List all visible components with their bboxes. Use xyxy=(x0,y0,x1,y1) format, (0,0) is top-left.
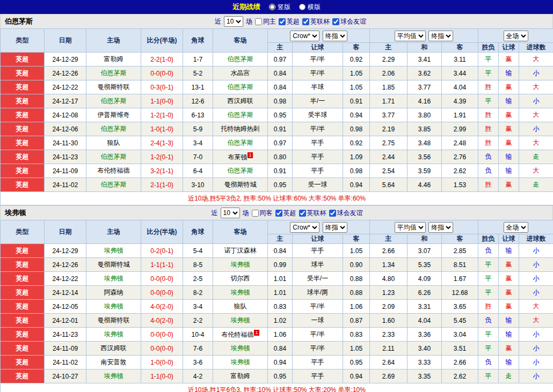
score-link[interactable]: 0-0(0-0) xyxy=(150,70,173,77)
team-link[interactable]: 诺丁汉森林 xyxy=(224,247,257,254)
team-link[interactable]: 狼队 xyxy=(234,302,247,310)
same-venue-filter[interactable]: 同主 xyxy=(255,17,276,26)
score-link[interactable]: 0-0(0-0) xyxy=(150,289,173,297)
avg-odds-type-select[interactable]: 终指 xyxy=(428,222,453,233)
scope-select[interactable]: 全场 xyxy=(504,222,528,233)
team-link[interactable]: 托特纳姆热刺 xyxy=(221,125,260,132)
team-link[interactable]: 布伦特福德 xyxy=(221,331,253,338)
team-link[interactable]: 伯恩茅斯 xyxy=(228,83,253,91)
score-link[interactable]: 0-0(0-0) xyxy=(150,331,173,338)
corner-cell: 5-2 xyxy=(183,66,213,80)
team-link[interactable]: 富勒姆 xyxy=(104,55,123,63)
team-link[interactable]: 伯恩茅斯 xyxy=(101,97,127,105)
league-filter-cup[interactable]: 英联杯 xyxy=(302,17,330,26)
team-link[interactable]: 伯恩茅斯 xyxy=(228,139,253,146)
team-link[interactable]: 埃弗顿 xyxy=(104,330,123,338)
team-link[interactable]: 布莱顿 xyxy=(228,153,247,161)
team-link[interactable]: 埃弗顿 xyxy=(104,372,123,380)
scope-select[interactable]: 全场 xyxy=(504,31,528,41)
team-link[interactable]: 狼队 xyxy=(107,139,120,146)
score-link[interactable]: 2-1(1-0) xyxy=(150,181,173,189)
score-link[interactable]: 1-2(0-1) xyxy=(150,153,173,161)
score-link[interactable]: 0-0(0-0) xyxy=(150,345,173,352)
average-select[interactable]: 平均值 xyxy=(395,222,426,233)
team-link[interactable]: 伯恩茅斯 xyxy=(101,69,127,77)
league-filter-epl[interactable]: 英超 xyxy=(275,209,296,218)
cup-checkbox[interactable] xyxy=(302,18,309,25)
team-link[interactable]: 伯恩茅斯 xyxy=(101,125,127,132)
bookmaker-select[interactable]: Crow* xyxy=(290,222,319,233)
avg-draw-cell: 3.80 xyxy=(408,108,442,122)
team-link[interactable]: 水晶宫 xyxy=(231,69,250,77)
odds-type-select[interactable]: 终指 xyxy=(323,222,347,233)
score-link[interactable]: 0-0(0-0) xyxy=(150,275,173,283)
score-link[interactable]: 1-0(0-0) xyxy=(150,359,173,366)
team-link[interactable]: 伯恩茅斯 xyxy=(228,111,253,119)
odds-type-select[interactable]: 终指 xyxy=(323,31,347,41)
same-venue-checkbox[interactable] xyxy=(255,18,262,25)
vertical-radio[interactable] xyxy=(269,4,275,10)
score-link[interactable]: 1-1(0-0) xyxy=(150,98,173,105)
mode-radio-horizontal[interactable]: 横版 xyxy=(299,3,321,12)
horizontal-radio[interactable] xyxy=(299,4,305,10)
league-filter-friendly[interactable]: 球会友谊 xyxy=(329,209,363,218)
sub-handicap-result: 让球 xyxy=(499,234,519,244)
team-link[interactable]: 曼彻斯特联 xyxy=(98,316,130,324)
odds-select-cell: Crow* 终指 xyxy=(268,220,370,234)
match-date: 24-12-26 xyxy=(45,258,86,272)
corner-cell: 6-13 xyxy=(183,108,213,122)
team-link[interactable]: 切尔西 xyxy=(231,275,250,282)
team-link[interactable]: 埃弗顿 xyxy=(104,275,123,282)
avg-odds-type-select[interactable]: 终指 xyxy=(428,31,453,41)
friendly-checkbox[interactable] xyxy=(332,18,339,25)
team-link[interactable]: 西汉姆联 xyxy=(228,97,253,105)
epl-checkbox[interactable] xyxy=(275,210,282,217)
team-link[interactable]: 富勒姆 xyxy=(231,372,250,380)
same-venue-checkbox[interactable] xyxy=(252,210,259,217)
team-link[interactable]: 西汉姆联 xyxy=(101,344,127,352)
league-filter-friendly[interactable]: 球会友谊 xyxy=(332,17,366,26)
epl-checkbox[interactable] xyxy=(279,18,286,25)
team-link[interactable]: 埃弗顿 xyxy=(231,344,250,352)
score-link[interactable]: 3-2(1-1) xyxy=(150,167,173,175)
team-link[interactable]: 伯恩茅斯 xyxy=(101,181,127,188)
team-link[interactable]: 曼彻斯特联 xyxy=(98,83,130,91)
friendly-checkbox[interactable] xyxy=(329,210,336,217)
team-link[interactable]: 埃弗顿 xyxy=(104,302,123,310)
score-link[interactable]: 4-0(2-0) xyxy=(150,317,173,324)
score-link[interactable]: 1-0(1-0) xyxy=(150,125,173,133)
team-link[interactable]: 曼彻斯特城 xyxy=(224,181,257,188)
score-link[interactable]: 2-2(1-0) xyxy=(150,56,173,63)
match-count-select[interactable]: 10 xyxy=(221,208,240,218)
score-link[interactable]: 0-3(0-1) xyxy=(150,84,173,91)
team-link[interactable]: 曼彻斯特城 xyxy=(98,261,130,268)
score-link[interactable]: 1-1(1-1) xyxy=(150,261,173,269)
same-venue-filter[interactable]: 同客 xyxy=(252,209,273,218)
team-link[interactable]: 伯恩茅斯 xyxy=(101,153,127,160)
team-link[interactable]: 埃弗顿 xyxy=(231,261,250,268)
score-link[interactable]: 2-4(1-3) xyxy=(150,139,173,147)
score-link[interactable]: 0-2(0-1) xyxy=(150,247,173,255)
score-link[interactable]: 4-0(2-0) xyxy=(150,303,173,310)
team-link[interactable]: 南安普敦 xyxy=(101,358,127,366)
team-link[interactable]: 伯恩茅斯 xyxy=(228,167,253,174)
league-filter-epl[interactable]: 英超 xyxy=(279,17,300,26)
match-count-select[interactable]: 10 xyxy=(224,16,243,27)
league-filter-cup[interactable]: 英联杯 xyxy=(299,209,326,218)
odds-away-cell: 0.94 xyxy=(343,178,370,192)
average-select[interactable]: 平均值 xyxy=(395,31,426,41)
mode-radio-vertical[interactable]: 竖版 xyxy=(269,3,290,12)
odds-away-cell: 1.09 xyxy=(343,150,370,164)
team-link[interactable]: 埃弗顿 xyxy=(231,316,250,324)
team-link[interactable]: 伊普斯维奇 xyxy=(98,111,130,119)
team-link[interactable]: 埃弗顿 xyxy=(104,247,123,254)
score-link[interactable]: 1-1(0-0) xyxy=(150,373,173,380)
team-link[interactable]: 伯恩茅斯 xyxy=(228,55,253,63)
bookmaker-select[interactable]: Crow* xyxy=(290,31,319,41)
team-link[interactable]: 布伦特福德 xyxy=(98,167,130,174)
team-link[interactable]: 埃弗顿 xyxy=(231,358,250,366)
team-link[interactable]: 埃弗顿 xyxy=(231,289,250,296)
team-link[interactable]: 阿森纳 xyxy=(104,289,123,296)
cup-checkbox[interactable] xyxy=(299,210,306,217)
score-link[interactable]: 1-2(1-0) xyxy=(150,112,173,119)
